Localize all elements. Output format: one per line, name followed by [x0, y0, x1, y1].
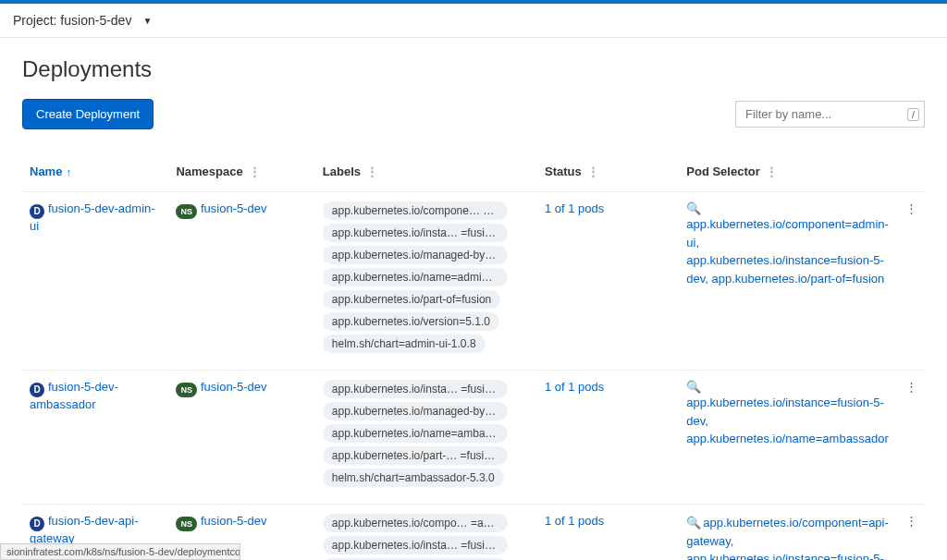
labels-chips: app.kubernetes.io/insta… =fusion-5-d…app…: [323, 380, 526, 487]
label-chip[interactable]: app.kubernetes.io/insta… =fusion-5-d…: [323, 224, 508, 242]
col-header-labels[interactable]: Labels⋮: [315, 155, 537, 192]
label-chip[interactable]: app.kubernetes.io/part-of=fusion: [323, 290, 500, 309]
col-header-name[interactable]: Name↑: [22, 155, 168, 192]
pod-selector-link[interactable]: app.kubernetes.io/component=admin-ui, ap…: [686, 217, 889, 286]
row-actions-kebab[interactable]: ⋮: [896, 371, 925, 505]
row-actions-kebab[interactable]: ⋮: [896, 505, 925, 561]
deployment-name-link[interactable]: fusion-5-dev-admin-ui: [30, 201, 155, 233]
label-chip[interactable]: app.kubernetes.io/insta… =fusion-5-d…: [323, 380, 508, 398]
namespace-icon: NS: [176, 204, 197, 219]
pod-selector-link[interactable]: app.kubernetes.io/instance=fusion-5-dev,…: [686, 396, 889, 445]
project-selector[interactable]: Project: fusion-5-dev ▼: [0, 4, 947, 38]
status-link[interactable]: 1 of 1 pods: [545, 380, 604, 394]
table-row: Dfusion-5-dev-ambassadorNSfusion-5-devap…: [22, 371, 925, 505]
label-chip[interactable]: app.kubernetes.io/version=5.1.0: [323, 312, 499, 331]
label-chip[interactable]: app.kubernetes.io/compone… =admin-…: [323, 201, 508, 220]
label-chip[interactable]: app.kubernetes.io/compo… =api-gate…: [323, 514, 508, 532]
filter-wrapper: /: [735, 101, 925, 128]
label-chip[interactable]: app.kubernetes.io/name=ambassador: [323, 424, 508, 443]
namespace-icon: NS: [176, 383, 197, 397]
col-header-pod-selector[interactable]: Pod Selector⋮: [679, 155, 896, 192]
deployment-icon: D: [30, 517, 44, 531]
create-deployment-button[interactable]: Create Deployment: [22, 99, 154, 129]
search-icon[interactable]: 🔍: [686, 201, 701, 215]
namespace-link[interactable]: fusion-5-dev: [201, 201, 267, 215]
filter-shortcut-hint: /: [907, 108, 919, 121]
sort-icon: ⋮: [766, 164, 778, 178]
deployment-icon: D: [30, 383, 44, 397]
label-chip[interactable]: app.kubernetes.io/managed-by=Helm: [323, 246, 508, 264]
col-header-status[interactable]: Status⋮: [537, 155, 679, 192]
table-header-row: Name↑ Namespace⋮ Labels⋮ Status⋮ Pod Sel…: [22, 155, 925, 192]
toolbar: Create Deployment /: [22, 99, 925, 129]
label-chip[interactable]: app.kubernetes.io/name=admin-ui: [323, 268, 508, 286]
search-icon[interactable]: 🔍: [686, 380, 701, 394]
deployments-table: Name↑ Namespace⋮ Labels⋮ Status⋮ Pod Sel…: [22, 155, 925, 560]
label-chip[interactable]: app.kubernetes.io/part-… =fusion-5-d…: [323, 446, 508, 465]
col-header-actions: [896, 155, 925, 192]
deployment-name-link[interactable]: fusion-5-dev-ambassador: [30, 380, 118, 411]
labels-chips: app.kubernetes.io/compone… =admin-…app.k…: [323, 201, 526, 353]
pod-selector-link[interactable]: app.kubernetes.io/component=api-gateway,…: [686, 516, 889, 560]
namespace-link[interactable]: fusion-5-dev: [201, 380, 267, 394]
deployment-name-link[interactable]: fusion-5-dev-api-gateway: [30, 514, 139, 545]
chevron-down-icon: ▼: [142, 16, 152, 26]
label-chip[interactable]: helm.sh/chart=admin-ui-1.0.8: [323, 335, 486, 353]
row-actions-kebab[interactable]: ⋮: [896, 192, 925, 371]
deployment-icon: D: [30, 204, 44, 219]
label-chip[interactable]: app.kubernetes.io/managed-by=Helm: [323, 402, 508, 420]
filter-input[interactable]: [735, 101, 925, 128]
status-link[interactable]: 1 of 1 pods: [545, 514, 604, 528]
main-content: Deployments Create Deployment / Name↑ Na…: [0, 38, 947, 560]
status-link[interactable]: 1 of 1 pods: [545, 201, 604, 215]
namespace-icon: NS: [176, 517, 197, 531]
browser-status-url: sioninfratest.com/k8s/ns/fusion-5-dev/de…: [0, 543, 240, 560]
labels-chips: app.kubernetes.io/compo… =api-gate…app.k…: [323, 514, 526, 560]
col-header-namespace[interactable]: Namespace⋮: [168, 155, 314, 192]
search-icon[interactable]: 🔍: [686, 516, 701, 530]
sort-icon: ⋮: [249, 164, 261, 178]
namespace-link[interactable]: fusion-5-dev: [201, 514, 267, 528]
sort-asc-icon: ↑: [66, 166, 71, 177]
table-row: Dfusion-5-dev-admin-uiNSfusion-5-devapp.…: [22, 192, 925, 371]
sort-icon: ⋮: [587, 164, 599, 178]
sort-icon: ⋮: [366, 164, 378, 178]
project-label: Project: fusion-5-dev: [13, 13, 131, 28]
label-chip[interactable]: app.kubernetes.io/insta… =fusion-5-d…: [323, 536, 508, 554]
label-chip[interactable]: helm.sh/chart=ambassador-5.3.0: [323, 469, 504, 487]
page-title: Deployments: [22, 56, 925, 82]
